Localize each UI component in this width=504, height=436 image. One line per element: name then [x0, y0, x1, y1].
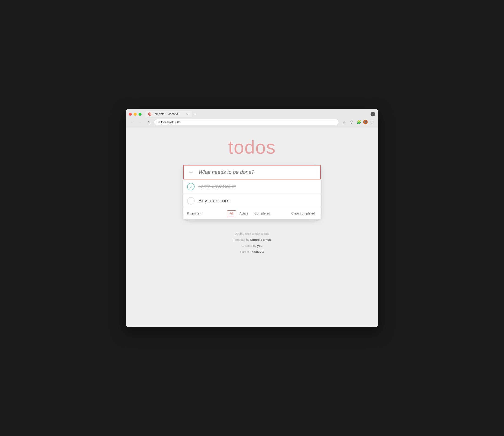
items-left-count: 0 item left — [187, 211, 211, 215]
maximize-button[interactable] — [138, 113, 142, 116]
close-button[interactable] — [129, 113, 132, 116]
address-bar[interactable]: ⓘ — [154, 119, 339, 125]
footer-line-3: Created by you — [233, 243, 271, 249]
todo-shadow-2 — [188, 220, 316, 221]
footer-line-4: Part of TodoMVC — [233, 249, 271, 255]
tab-favicon — [148, 112, 151, 116]
window-controls — [129, 113, 142, 116]
app-footer: Double-click to edit a todo Template by … — [233, 231, 271, 255]
browser-window: Template • TodoMVC ✕ + ▼ ← → ↻ ⓘ ☆ ⬡ 🧩 � — [126, 109, 378, 327]
todomvc-link[interactable]: TodoMVC — [250, 250, 264, 254]
footer-line-1: Double-click to edit a todo — [233, 231, 271, 237]
todo-input-section: ❯ — [183, 165, 321, 179]
checkmark-icon: ✓ — [190, 184, 192, 189]
reload-button[interactable]: ↻ — [146, 119, 152, 125]
browser-toolbar: ← → ↻ ⓘ ☆ ⬡ 🧩 🦸 ⋮ — [126, 117, 378, 127]
filter-all-button[interactable]: All — [227, 210, 236, 216]
minimize-button[interactable] — [134, 113, 137, 116]
browser-content: todos ❯ ✓ Taste JavaScript — [126, 127, 378, 327]
creator-link[interactable]: you — [257, 244, 262, 247]
app-title: todos — [228, 137, 276, 158]
info-icon: ⓘ — [157, 120, 160, 124]
tab-bar: Template • TodoMVC ✕ + ▼ — [126, 109, 378, 117]
filter-completed-button[interactable]: Completed — [252, 210, 273, 216]
extensions-button[interactable]: 🧩 — [356, 119, 362, 125]
new-tab-button[interactable]: + — [192, 111, 198, 117]
todo-checkbox-2[interactable] — [187, 197, 195, 205]
clear-completed-button[interactable]: Clear completed — [289, 210, 317, 216]
browser-menu-icon: ▼ — [371, 112, 375, 117]
footer-line-2: Template by Sindre Sorhus — [233, 237, 271, 243]
menu-button[interactable]: ⋮ — [369, 119, 375, 125]
todo-list: ✓ Taste JavaScript Buy a unicorn — [183, 179, 321, 208]
toggle-all-button[interactable]: ❯ — [187, 169, 196, 176]
address-input[interactable] — [161, 120, 336, 124]
profile-icon: 🦸 — [363, 120, 368, 124]
cast-button[interactable]: ⬡ — [348, 119, 355, 125]
browser-tab[interactable]: Template • TodoMVC ✕ — [145, 111, 192, 117]
todo-app: ❯ ✓ Taste JavaScript Buy a un — [183, 165, 321, 219]
todo-item: Buy a unicorn — [183, 194, 321, 208]
browser-titlebar: Template • TodoMVC ✕ + ▼ ← → ↻ ⓘ ☆ ⬡ 🧩 � — [126, 109, 378, 127]
todo-item: ✓ Taste JavaScript — [183, 180, 321, 194]
bookmark-button[interactable]: ☆ — [341, 119, 347, 125]
todo-label-2: Buy a unicorn — [198, 198, 317, 204]
toolbar-actions: ☆ ⬡ 🧩 🦸 ⋮ — [341, 119, 375, 125]
new-todo-input[interactable] — [197, 165, 316, 179]
todo-footer: 0 item left All Active Completed Clear c… — [183, 208, 321, 219]
todo-app-container: ❯ ✓ Taste JavaScript Buy a un — [183, 165, 321, 221]
tab-close-button[interactable]: ✕ — [185, 112, 189, 116]
todo-label-1: Taste JavaScript — [198, 184, 317, 190]
filter-buttons: All Active Completed — [227, 210, 273, 216]
todo-checkbox-1[interactable]: ✓ — [187, 183, 195, 190]
forward-button[interactable]: → — [137, 119, 144, 125]
filter-active-button[interactable]: Active — [237, 210, 251, 216]
back-button[interactable]: ← — [129, 119, 135, 125]
tab-title: Template • TodoMVC — [153, 112, 183, 116]
author-link[interactable]: Sindre Sorhus — [250, 238, 271, 241]
